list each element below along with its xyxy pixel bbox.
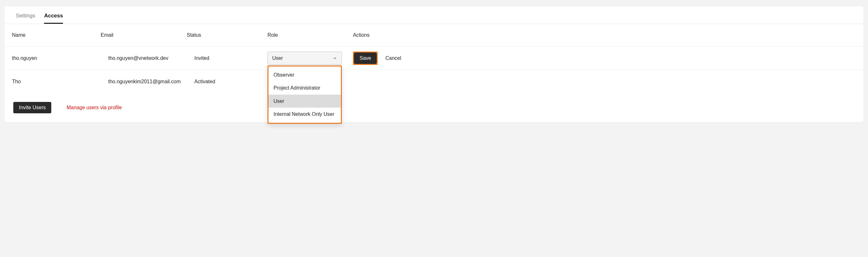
- tab-access[interactable]: Access: [44, 13, 63, 24]
- cell-status: Invited: [187, 55, 268, 61]
- cell-name: Tho: [12, 79, 101, 85]
- role-select-control[interactable]: User: [268, 52, 342, 65]
- footer-actions: Invite Users Manage users via profile: [4, 93, 864, 115]
- col-email: Email: [101, 32, 187, 38]
- role-select-value: User: [272, 55, 283, 61]
- cancel-button[interactable]: Cancel: [385, 55, 401, 61]
- save-button[interactable]: Save: [354, 53, 377, 64]
- cell-email: tho.nguyen@vnetwork.dev: [101, 55, 187, 61]
- invite-users-button[interactable]: Invite Users: [13, 102, 51, 113]
- role-option-internal[interactable]: Internal Network Only User: [269, 107, 341, 121]
- table-header: Name Email Status Role Actions: [4, 24, 864, 46]
- role-select[interactable]: User Observer Project Administrator User…: [268, 52, 342, 65]
- users-table: Name Email Status Role Actions tho.nguye…: [4, 24, 864, 93]
- cell-actions: Save Cancel: [353, 52, 856, 65]
- manage-users-link[interactable]: Manage users via profile: [66, 105, 122, 110]
- cell-email: tho.nguyenkim2011@gmail.com: [101, 79, 187, 85]
- role-dropdown: Observer Project Administrator User Inte…: [268, 66, 342, 124]
- col-actions: Actions: [353, 32, 856, 38]
- role-option-observer[interactable]: Observer: [269, 68, 341, 82]
- table-row: tho.nguyen tho.nguyen@vnetwork.dev Invit…: [4, 46, 864, 70]
- access-panel: Settings Access Name Email Status Role A…: [4, 6, 864, 122]
- cell-name: tho.nguyen: [12, 55, 101, 61]
- tab-settings[interactable]: Settings: [16, 13, 35, 24]
- cell-role: User Observer Project Administrator User…: [268, 52, 353, 65]
- cell-status: Activated: [187, 79, 268, 85]
- table-row: Tho tho.nguyenkim2011@gmail.com Activate…: [4, 70, 864, 93]
- col-name: Name: [12, 32, 101, 38]
- save-button-highlight: Save: [353, 52, 378, 65]
- col-status: Status: [187, 32, 268, 38]
- tabs: Settings Access: [4, 6, 864, 24]
- role-option-project-admin[interactable]: Project Administrator: [269, 81, 341, 95]
- role-option-user[interactable]: User: [269, 95, 341, 108]
- chevron-up-icon: [333, 56, 337, 60]
- col-role: Role: [268, 32, 353, 38]
